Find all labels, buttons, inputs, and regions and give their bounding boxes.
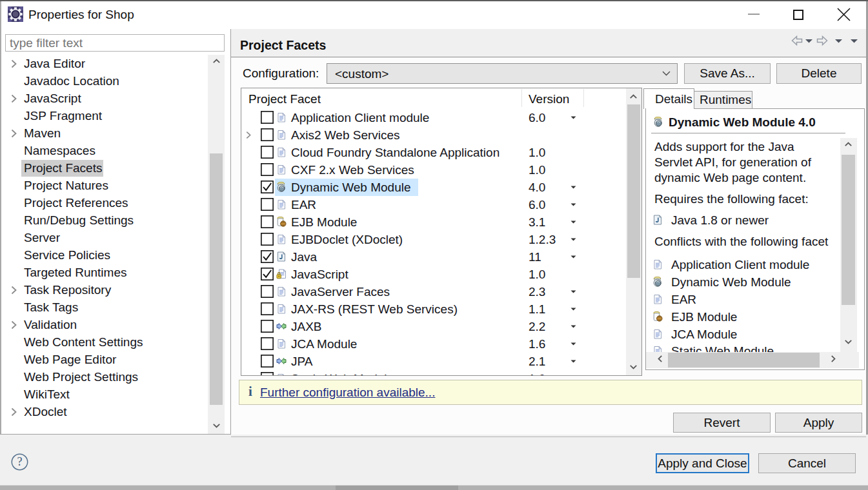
svg-text:?: ? — [17, 455, 23, 468]
